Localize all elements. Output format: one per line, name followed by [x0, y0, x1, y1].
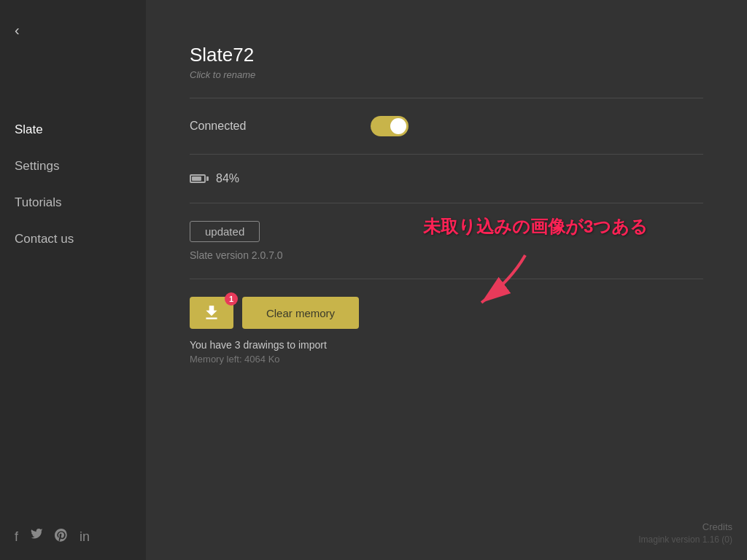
divider-1 — [190, 98, 703, 98]
action-row: 1 Clear memory — [190, 297, 703, 329]
twitter-icon[interactable] — [30, 529, 43, 545]
sidebar-item-contact[interactable]: Contact us — [0, 221, 146, 257]
social-links: f in — [0, 529, 146, 545]
rename-hint[interactable]: Click to rename — [190, 69, 703, 80]
battery-body — [190, 174, 206, 183]
annotation-text: 未取り込みの画像が3つある — [423, 215, 648, 238]
footer-right: Credits Imagink version 1.16 (0) — [638, 521, 732, 545]
battery-percent: 84% — [216, 172, 239, 185]
divider-3 — [190, 203, 703, 203]
divider-2 — [190, 154, 703, 155]
import-button[interactable]: 1 — [190, 297, 233, 329]
divider-4 — [190, 279, 703, 279]
battery-row: 84% — [190, 172, 703, 185]
connected-label: Connected — [190, 120, 246, 133]
import-badge: 1 — [225, 292, 238, 306]
import-info: You have 3 drawings to import — [190, 339, 703, 351]
sidebar-nav: Slate Settings Tutorials Contact us — [0, 112, 146, 257]
battery-fill — [192, 176, 201, 181]
memory-left: Memory left: 4064 Ko — [190, 354, 703, 365]
pinterest-icon[interactable] — [55, 529, 68, 545]
version-text: Slate version 2.0.7.0 — [190, 249, 703, 261]
battery-icon — [190, 174, 209, 183]
main-content: Slate72 Click to rename Connected 84% up… — [146, 0, 747, 560]
clear-memory-button[interactable]: Clear memory — [242, 297, 359, 329]
battery-tip — [206, 176, 209, 181]
annotation-overlay: 未取り込みの画像が3つある — [423, 215, 648, 238]
sidebar-item-slate[interactable]: Slate — [0, 112, 146, 148]
connected-toggle[interactable] — [371, 116, 409, 136]
device-name: Slate72 — [190, 44, 703, 66]
sidebar-item-tutorials[interactable]: Tutorials — [0, 184, 146, 221]
toggle-track — [371, 116, 409, 136]
toggle-thumb — [390, 118, 406, 134]
back-button[interactable]: ‹ — [0, 15, 146, 53]
facebook-icon[interactable]: f — [15, 529, 18, 545]
linkedin-icon[interactable]: in — [80, 529, 90, 545]
connected-row: Connected — [190, 116, 409, 136]
version-label: Imagink version 1.16 (0) — [638, 534, 732, 545]
updated-badge: updated — [190, 221, 260, 242]
import-icon — [202, 303, 221, 322]
credits-label: Credits — [638, 521, 732, 532]
sidebar-item-settings[interactable]: Settings — [0, 148, 146, 184]
sidebar: ‹ Slate Settings Tutorials Contact us f … — [0, 0, 146, 560]
